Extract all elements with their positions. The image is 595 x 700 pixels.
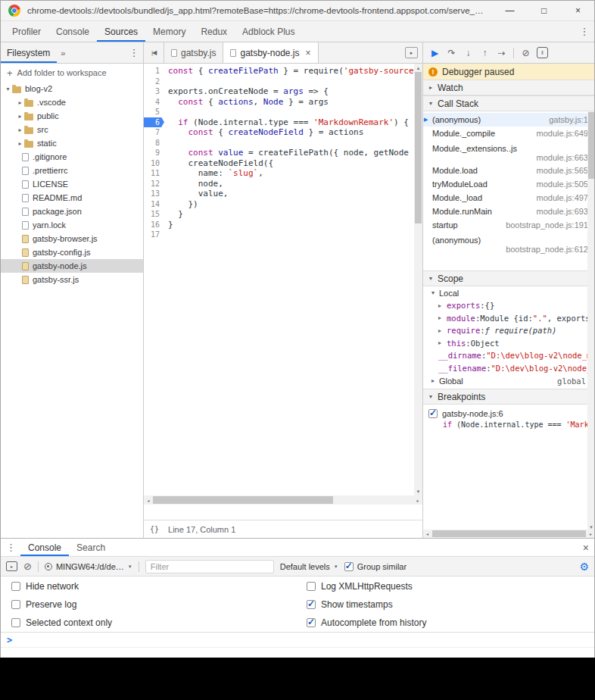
console-setting-autocomplete-from-history[interactable]: Autocomplete from history	[307, 617, 595, 628]
expander-icon[interactable]: ▸	[16, 140, 24, 147]
scrollbar-thumb[interactable]	[153, 496, 333, 504]
console-settings-icon[interactable]: ⚙	[579, 561, 589, 573]
scrollbar-thumb[interactable]	[588, 112, 594, 179]
expander-icon[interactable]: ▸	[438, 314, 447, 321]
sidebar-vertical-scrollbar[interactable]: ▼	[587, 111, 595, 530]
line-number-15[interactable]: 15	[144, 209, 164, 220]
console-setting-selected-context-only[interactable]: Selected context only	[11, 617, 307, 628]
pretty-print-icon[interactable]: {}	[150, 525, 159, 533]
scroll-left-icon[interactable]: ◂	[144, 498, 153, 503]
scrollbar-thumb[interactable]	[415, 72, 422, 223]
tab-filesystem[interactable]: Filesystem	[0, 42, 57, 63]
main-tab-adblock-plus[interactable]: Adblock Plus	[235, 21, 302, 42]
line-number-16[interactable]: 16	[144, 220, 164, 230]
log-levels-dropdown[interactable]: Default levels ▼	[280, 562, 338, 571]
main-tab-console[interactable]: Console	[48, 21, 97, 42]
scope-global-row[interactable]: ▸ Global global	[423, 374, 595, 387]
tree-item-blog-v2[interactable]: ▾blog-v2	[0, 82, 143, 95]
filter-input[interactable]	[145, 560, 274, 573]
line-number-11[interactable]: 11	[144, 168, 164, 179]
drawer-menu-icon[interactable]: ⋮	[6, 539, 16, 556]
expander-icon[interactable]: ▸	[16, 127, 24, 133]
tree-item-license[interactable]: LICENSE	[0, 177, 143, 191]
step-icon[interactable]: ⇢	[494, 45, 509, 61]
main-tab-profiler[interactable]: Profiler	[5, 21, 48, 42]
tree-item--prettierrc[interactable]: .prettierrc	[0, 164, 143, 177]
call-stack-frame[interactable]: tryModuleLoadmodule.js:505	[423, 177, 595, 191]
close-button[interactable]: ×	[561, 0, 595, 20]
line-number-17[interactable]: 17	[144, 230, 164, 240]
call-stack-frame[interactable]: startupbootstrap_node.js:191	[423, 218, 595, 232]
navigator-menu-icon[interactable]: ⋮	[125, 42, 143, 63]
editor-horizontal-scrollbar[interactable]: ◂ ▸	[144, 495, 422, 505]
expander-icon[interactable]: ▸	[438, 339, 447, 346]
pause-on-exceptions-icon[interactable]: ‖	[537, 47, 548, 58]
group-similar-toggle[interactable]: Group similar	[344, 562, 407, 571]
call-stack-frame[interactable]: Module.loadmodule.js:565	[423, 164, 595, 177]
scrollbar-thumb[interactable]	[432, 530, 586, 537]
expander-icon[interactable]: ▾	[4, 86, 12, 92]
line-number-8[interactable]: 8	[144, 138, 164, 148]
expander-icon[interactable]: ▸	[16, 113, 24, 120]
tree-item-public[interactable]: ▸public	[0, 109, 143, 123]
scroll-right-icon[interactable]: ▸	[587, 531, 595, 536]
section-breakpoints[interactable]: ▾ Breakpoints	[423, 389, 595, 405]
line-number-1[interactable]: 1	[144, 66, 164, 77]
breakpoint-entry[interactable]: gatsby-node.js:6if (Node.internal.type =…	[423, 408, 595, 430]
tree-item--vscode[interactable]: ▸.vscode	[0, 95, 143, 109]
console-prompt[interactable]: >	[0, 633, 595, 648]
line-number-10[interactable]: 10	[144, 158, 164, 169]
clear-console-icon[interactable]: ⊘	[23, 561, 32, 571]
call-stack-frame[interactable]: Module._loadmodule.js:497	[423, 191, 595, 205]
line-number-9[interactable]: 9	[144, 148, 164, 158]
sidebar-horizontal-scrollbar[interactable]: ◂ ▸	[423, 530, 595, 538]
line-number-7[interactable]: 7	[144, 127, 164, 138]
editor-vertical-scrollbar[interactable]: ▲ ▼	[414, 64, 422, 495]
step-into-icon[interactable]: ↓	[460, 45, 476, 61]
line-number-13[interactable]: 13	[144, 189, 164, 199]
checkbox[interactable]	[307, 600, 316, 609]
console-setting-hide-network[interactable]: Hide network	[11, 581, 307, 592]
scope-variable-exports[interactable]: ▸exports: {}	[423, 299, 595, 312]
tree-item--gitignore[interactable]: .gitignore	[0, 150, 143, 164]
drawer-tab-console[interactable]: Console	[20, 539, 69, 556]
expander-icon[interactable]: ▸	[438, 302, 447, 309]
line-number-3[interactable]: 3	[144, 86, 164, 97]
close-drawer-icon[interactable]: ×	[583, 539, 589, 556]
code-content[interactable]: const { createFilePath } = require('gats…	[164, 64, 422, 495]
expander-icon[interactable]: ▸	[438, 327, 447, 334]
section-call-stack[interactable]: ▾ Call Stack	[423, 95, 595, 111]
console-sidebar-toggle-icon[interactable]: ▸	[6, 561, 17, 571]
section-scope[interactable]: ▾ Scope	[423, 270, 595, 286]
tree-item-package-json[interactable]: package.json	[0, 205, 143, 218]
add-folder-button[interactable]: + Add folder to workspace	[0, 64, 143, 82]
scope-variable--dirname[interactable]: __dirname: "D:\dev\blog-v2\node_m…	[423, 349, 595, 362]
tree-item-readme-md[interactable]: README.md	[0, 191, 143, 205]
main-tab-sources[interactable]: Sources	[97, 21, 145, 42]
scope-variable-this[interactable]: ▸this: Object	[423, 337, 595, 350]
group-similar-checkbox[interactable]	[344, 562, 354, 571]
line-number-12[interactable]: 12	[144, 179, 164, 189]
scope-local-row[interactable]: ▾ Local	[423, 286, 595, 299]
step-out-icon[interactable]: ↑	[477, 45, 493, 61]
scroll-left-icon[interactable]: ◂	[423, 531, 431, 536]
call-stack-frame[interactable]: Module._extensions..jsmodule.js:663	[423, 140, 595, 164]
breakpoint-checkbox[interactable]	[428, 409, 438, 418]
scope-variable--filename[interactable]: __filename: "D:\dev\blog-v2\node_…	[423, 362, 595, 375]
resume-icon[interactable]: ▶	[427, 45, 443, 61]
scope-variable-require[interactable]: ▸require: ƒ require(path)	[423, 324, 595, 337]
checkbox[interactable]	[11, 600, 20, 609]
tree-item-static[interactable]: ▸static	[0, 136, 143, 150]
scope-variable-module[interactable]: ▸module: Module {id: ".", exports:	[423, 312, 595, 325]
editor-tab-gatsby-node-js[interactable]: gatsby-node.js×	[223, 42, 318, 63]
checkbox[interactable]	[307, 582, 316, 591]
line-number-5[interactable]: 5	[144, 107, 164, 117]
execution-context-selector[interactable]: MINGW64:/d/de… ▼	[45, 562, 132, 571]
call-stack-frame[interactable]: Module._compilemodule.js:649	[423, 127, 595, 140]
maximize-button[interactable]: □	[527, 0, 561, 20]
call-stack-frame[interactable]: ▶(anonymous)gatsby.js:1	[423, 113, 595, 127]
scroll-down-icon[interactable]: ▼	[414, 487, 422, 495]
checkbox[interactable]	[11, 582, 20, 591]
tree-item-yarn-lock[interactable]: yarn.lock	[0, 218, 143, 232]
main-tab-memory[interactable]: Memory	[145, 21, 193, 42]
